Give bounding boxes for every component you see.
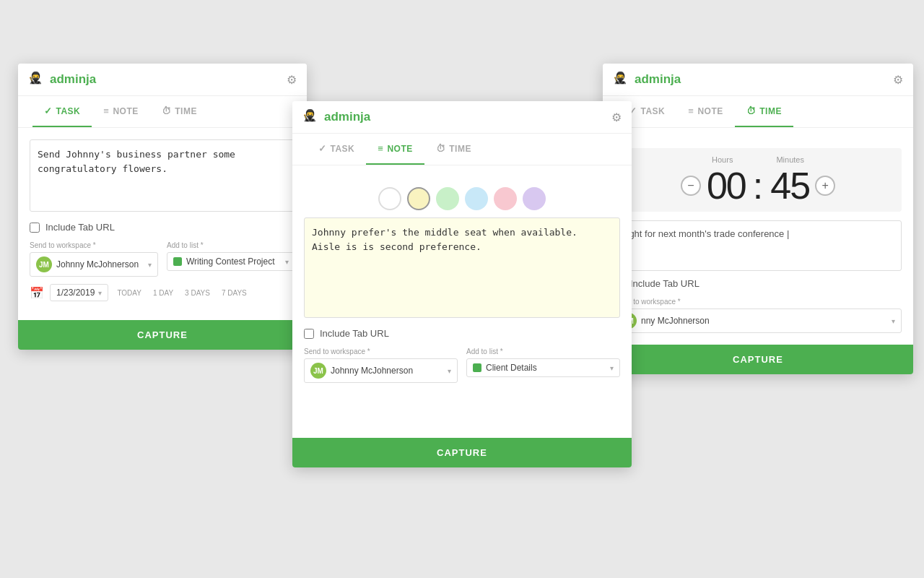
- center-swatch-white[interactable]: [378, 187, 401, 210]
- left-include-url-label: Include Tab URL: [45, 222, 115, 233]
- right-workspace-select[interactable]: JM nny McJohnerson ▾: [614, 309, 902, 333]
- left-list-label: Add to list *: [167, 241, 295, 249]
- center-settings-icon[interactable]: ⚙: [611, 111, 622, 124]
- left-list-color: [173, 257, 182, 266]
- left-settings-icon[interactable]: ⚙: [287, 73, 297, 87]
- right-logo-icon: 🥷: [613, 71, 630, 88]
- left-workspace-row: Send to workspace * JM Johnny McJohnerso…: [30, 241, 295, 277]
- left-workspace-chevron: ▾: [148, 261, 152, 269]
- center-workspace-row: Send to workspace * JM Johnny McJohnerso…: [304, 348, 620, 383]
- right-timer-minus[interactable]: −: [681, 176, 701, 196]
- left-capture-button[interactable]: CAPTURE: [18, 320, 307, 350]
- center-list-color: [473, 363, 481, 372]
- left-task-check-icon: ✓: [44, 105, 53, 116]
- right-tab-note[interactable]: ≡ NOTE: [676, 96, 734, 127]
- left-tab-task[interactable]: ✓ TASK: [32, 96, 92, 127]
- left-panel-body: Include Tab URL Send to workspace * JM J…: [18, 128, 307, 320]
- left-list-col: Add to list * Writing Contest Project ▾: [167, 241, 295, 271]
- center-workspace-col: Send to workspace * JM Johnny McJohnerso…: [304, 348, 458, 383]
- center-logo-icon: 🥷: [302, 108, 320, 126]
- left-include-url-row: Include Tab URL: [30, 222, 295, 233]
- left-tab-note[interactable]: ≡ NOTE: [92, 96, 149, 127]
- right-logo-text: adminja: [635, 72, 681, 87]
- right-timer-colon: :: [753, 167, 763, 204]
- right-timer-labels: Hours Minutes: [622, 155, 894, 164]
- center-include-url-row: Include Tab URL: [304, 328, 620, 339]
- left-date-chevron: ▾: [98, 289, 102, 297]
- left-workspace-name: Johnny McJohnerson: [56, 259, 144, 269]
- left-task-input[interactable]: [30, 139, 295, 212]
- left-date-7days[interactable]: 7 DAYS: [219, 288, 250, 298]
- center-include-url-checkbox[interactable]: [304, 329, 314, 339]
- left-logo-icon: 🥷: [28, 71, 45, 88]
- center-list-chevron: ▾: [610, 364, 614, 372]
- right-workspace-chevron: ▾: [892, 317, 895, 325]
- center-logo-area: 🥷 adminja: [302, 108, 611, 126]
- center-color-swatches: [304, 177, 620, 217]
- left-list-select[interactable]: Writing Contest Project ▾: [167, 252, 295, 271]
- center-workspace-select[interactable]: JM Johnny McJohnerson ▾: [304, 358, 458, 383]
- left-list-chevron: ▾: [285, 258, 289, 266]
- center-note-icon: ≡: [378, 143, 383, 154]
- center-list-col: Add to list * Client Details ▾: [466, 348, 620, 377]
- right-timer-hours: 00: [707, 167, 746, 204]
- right-minutes-label: Minutes: [776, 155, 804, 164]
- left-workspace-select[interactable]: JM Johnny McJohnerson ▾: [30, 252, 158, 277]
- left-date-value: 1/23/2019: [56, 288, 95, 298]
- right-time-note-text: flight for next month's trade conference…: [622, 228, 789, 239]
- left-date-3days[interactable]: 3 DAYS: [182, 288, 213, 298]
- center-swatch-purple[interactable]: [523, 187, 546, 210]
- center-list-label: Add to list *: [466, 348, 620, 355]
- center-panel-header: 🥷 adminja ⚙: [292, 101, 632, 134]
- right-timer-display: − 00 : 45 +: [622, 167, 894, 204]
- left-date-row: 📅 1/23/2019 ▾ TODAY 1 DAY 3 DAYS 7 DAYS: [30, 284, 295, 301]
- left-panel-header: 🥷 adminja ⚙: [18, 64, 307, 96]
- right-workspace-row: Send to workspace * JM nny McJohnerson ▾: [614, 298, 902, 333]
- right-panel-header: 🥷 adminja ⚙: [603, 64, 913, 96]
- right-hours-label: Hours: [712, 155, 733, 164]
- center-swatch-blue[interactable]: [465, 187, 488, 210]
- left-avatar: JM: [36, 256, 52, 272]
- center-include-url-label: Include Tab URL: [320, 328, 389, 339]
- center-workspace-chevron: ▾: [448, 367, 451, 375]
- center-list-name: Client Details: [486, 363, 606, 373]
- center-note-input[interactable]: [304, 217, 620, 318]
- left-clock-icon: ⏱: [162, 105, 172, 116]
- center-list-select[interactable]: Client Details ▾: [466, 358, 620, 377]
- center-swatch-pink[interactable]: [494, 187, 517, 210]
- center-clock-icon: ⏱: [436, 143, 446, 154]
- center-swatch-green[interactable]: [436, 187, 459, 210]
- left-calendar-icon: 📅: [30, 286, 44, 300]
- left-workspace-label: Send to workspace *: [30, 241, 158, 249]
- center-tab-note[interactable]: ≡ NOTE: [366, 134, 424, 165]
- left-note-icon: ≡: [103, 105, 109, 116]
- right-clock-icon: ⏱: [746, 105, 757, 116]
- left-workspace-col: Send to workspace * JM Johnny McJohnerso…: [30, 241, 158, 277]
- left-date-select[interactable]: 1/23/2019 ▾: [50, 284, 108, 301]
- left-list-name: Writing Contest Project: [186, 256, 281, 267]
- right-capture-button[interactable]: CAPTURE: [603, 345, 913, 374]
- right-panel-body: Hours Minutes − 00 : 45 + flight for nex…: [603, 128, 913, 345]
- left-date-today[interactable]: TODAY: [114, 288, 144, 298]
- left-include-url-checkbox[interactable]: [30, 223, 40, 233]
- right-settings-icon[interactable]: ⚙: [893, 73, 903, 87]
- left-logo-area: 🥷 adminja: [28, 71, 287, 88]
- center-tab-time[interactable]: ⏱ TIME: [424, 134, 483, 165]
- center-capture-button[interactable]: CAPTURE: [292, 438, 632, 467]
- center-swatch-yellow[interactable]: [407, 187, 430, 210]
- center-avatar: JM: [310, 363, 326, 379]
- right-timer-plus[interactable]: +: [815, 176, 835, 196]
- center-workspace-name: Johnny McJohnerson: [331, 366, 443, 376]
- center-logo-text: adminja: [324, 110, 370, 124]
- center-panel-body: Include Tab URL Send to workspace * JM J…: [292, 165, 632, 438]
- center-tab-task[interactable]: ✓ TASK: [307, 134, 366, 165]
- right-timer-minutes: 45: [770, 167, 809, 204]
- right-logo-area: 🥷 adminja: [613, 71, 893, 88]
- right-note-icon: ≡: [688, 105, 694, 116]
- left-date-1day[interactable]: 1 DAY: [150, 288, 176, 298]
- left-tabs: ✓ TASK ≡ NOTE ⏱ TIME: [18, 96, 307, 128]
- right-tab-time[interactable]: ⏱ TIME: [735, 96, 793, 127]
- left-tab-time[interactable]: ⏱ TIME: [150, 96, 209, 127]
- right-time-note: flight for next month's trade conference…: [614, 220, 902, 271]
- right-tabs: ✓ TASK ≡ NOTE ⏱ TIME: [603, 96, 913, 128]
